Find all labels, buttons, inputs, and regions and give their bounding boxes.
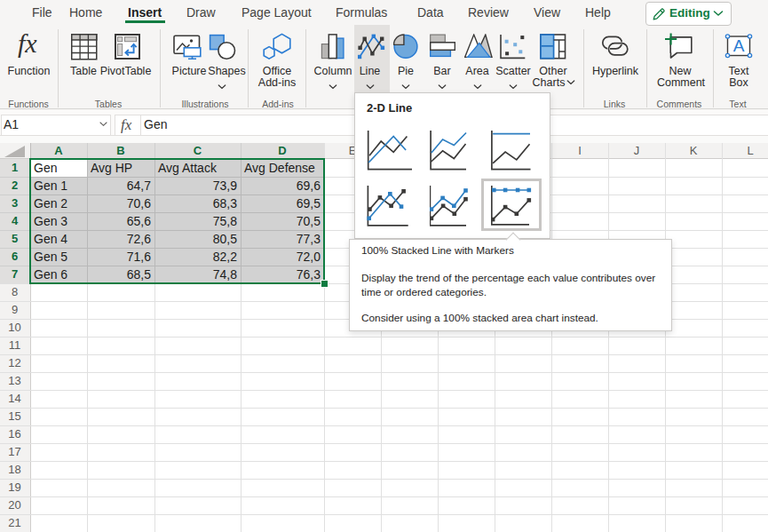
svg-text:A: A <box>733 36 745 55</box>
